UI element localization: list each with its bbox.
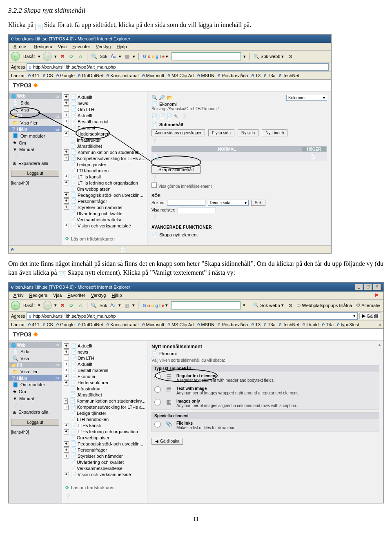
page-favicon: e	[29, 64, 31, 70]
link-cs[interactable]: eCS	[43, 73, 53, 78]
new-element-wizard: Nytt innehållselement 📄Ekonomi Välj vilk…	[147, 341, 383, 503]
link-t3[interactable]: eT3	[252, 73, 261, 78]
page-tree: +📄Aktuellt +📄news −📄Om LTH +📄Aktuellt +📄…	[62, 91, 147, 245]
opt-text-image[interactable]: ▤Text with imageAny number of images wra…	[152, 384, 379, 397]
sok-button[interactable]: Sök	[251, 200, 265, 206]
current-page-title: Ekonomi	[159, 102, 177, 107]
link-msdn[interactable]: eMSDN	[197, 73, 214, 78]
link-kansli[interactable]: eKansli intranät	[106, 73, 138, 78]
skapa-sidinnehall-button[interactable]: Skapa sidinnehåll	[151, 165, 200, 174]
back-button[interactable]: ←	[11, 301, 20, 310]
screenshot-1: e ben.kansli.lth.se [TYPO3 4.0] - Micros…	[8, 34, 332, 254]
nav-fil-header[interactable]: 📁 Fil▭	[9, 113, 62, 119]
up-arrow-icon[interactable]: ▲	[377, 342, 382, 347]
category-special: Speciella element	[152, 413, 379, 419]
window-titlebar-2: e ben.kansli.lth.se [TYPO3 4.0] - Micros…	[9, 283, 383, 292]
sok-heading: SÖK	[151, 194, 327, 198]
link-t3a[interactable]: eT3a	[264, 73, 276, 78]
home-icon[interactable]: ⌂	[77, 53, 84, 60]
intro-paragraph: Klicka på 📄 Sida för att få upp sidträde…	[8, 20, 384, 30]
btn-nytt-inneh[interactable]: Nytt inneh	[262, 129, 287, 136]
btn-andra[interactable]: Ändra sidans egenskaper	[151, 129, 205, 136]
nav-om-moduler[interactable]: 📘 Om moduler	[9, 132, 62, 139]
help-icon[interactable]: ❔	[9, 153, 62, 160]
window-controls[interactable]: _▢×	[355, 284, 381, 290]
back-label[interactable]: Bakåt	[22, 53, 36, 59]
scope-select[interactable]: Denna sida▾	[208, 200, 249, 206]
go-back-button[interactable]: ◀Gå tillbaka	[151, 438, 183, 445]
btn-ny-sida[interactable]: Ny sida	[238, 129, 258, 136]
category-typical: Typiskt sidinnehåll	[152, 365, 379, 372]
typo3-logo-icon: ❖	[33, 82, 38, 89]
font-icon[interactable]: A̲ₐ	[110, 53, 116, 60]
blocker-icon[interactable]: ⊘	[287, 53, 294, 60]
opt-regular-text[interactable]: ☰Regular text elementA regular text elem…	[152, 372, 379, 384]
sok-webb[interactable]: 🔍 Sök webb ▾	[253, 53, 285, 60]
refresh-icon[interactable]: ⟳	[68, 53, 75, 60]
window-titlebar: e ben.kansli.lth.se [TYPO3 4.0] - Micros…	[9, 35, 331, 43]
link-411[interactable]: e411	[28, 73, 40, 78]
view-select[interactable]: Kolumner▾	[286, 95, 327, 101]
menu-favoriter[interactable]: Favoriter	[70, 44, 92, 49]
link-rost[interactable]: eRöstbrevlåda	[218, 73, 248, 78]
nav-web-header[interactable]: 🌐 Web▭	[9, 93, 62, 99]
link-gotdotnet[interactable]: eGotDotNet	[78, 73, 103, 78]
search-icon[interactable]: 🔍	[91, 53, 97, 60]
new-element-icon: 📄	[59, 272, 66, 278]
sokord-input[interactable]	[167, 200, 205, 206]
links-more[interactable]: »	[379, 322, 381, 327]
ie-icon: e	[11, 284, 14, 290]
module-menu: 🌐 Web▭ 📄 Sida 🔍 Visa 📁 Fil▭ 📁 Visa filer…	[9, 91, 62, 245]
windows-flag-icon: ⚑	[372, 292, 381, 298]
address-field[interactable]: e http://ben.kansli.lth.se/typo3/alt_mai…	[27, 63, 329, 71]
page-number: 11	[8, 516, 384, 523]
link-clipart[interactable]: eMS Clip Art	[167, 73, 194, 78]
images-icon: ▦	[164, 399, 173, 405]
close-icon[interactable]: ×	[373, 284, 381, 290]
opt-filelinks[interactable]: 📎FilelinksMakes a list of files for down…	[152, 419, 379, 432]
menubar[interactable]: Arkiv Redigera Visa Favoriter Verktyg Hj…	[9, 43, 331, 51]
menu-visa[interactable]: Visa	[56, 44, 69, 49]
menu-redigera[interactable]: Redigera	[31, 44, 55, 49]
menu-hjalp[interactable]: Hjälp	[114, 44, 129, 49]
logout-button[interactable]: Logga ut	[11, 170, 59, 177]
visa-register-input[interactable]	[178, 207, 216, 213]
address-label: Adress	[11, 65, 25, 69]
address-bar: Adress e http://ben.kansli.lth.se/typo3/…	[9, 62, 331, 72]
column-header: NORMALHöGER	[151, 146, 327, 152]
alternativ[interactable]: ⚙ Alternativ	[355, 302, 381, 308]
link-google[interactable]: eGoogle	[56, 73, 75, 78]
section-heading: 3.2.2 Skapa nytt sidinnehåll	[8, 7, 384, 15]
action-icons[interactable]: 🔍 🔎 📂	[151, 95, 218, 100]
links-label: Länkar	[11, 73, 25, 78]
menu-arkiv[interactable]: Arkiv	[11, 44, 31, 49]
nav-visa-filer[interactable]: 📁 Visa filer	[9, 119, 62, 126]
stop-icon[interactable]: ✖	[59, 53, 66, 60]
nav-expandera[interactable]: ⊞ Expandera alla	[9, 160, 62, 167]
tiles-icon[interactable]: ▦	[124, 53, 130, 60]
nav-manual[interactable]: ▼ Manual	[9, 146, 62, 153]
paragraph-2: Om det inte finns något innehåll på sida…	[8, 259, 384, 278]
ie-icon: e	[11, 36, 14, 42]
minimize-icon[interactable]: _	[355, 284, 363, 290]
popups-allowed[interactable]: ▭ Webbplatspopups tillåtna	[296, 302, 353, 308]
tree-footer[interactable]: ⟳Läs om trädstrukturen	[64, 234, 145, 243]
link-microsoft[interactable]: eMicrosoft	[142, 73, 164, 78]
back-button[interactable]: ←	[11, 52, 20, 61]
nav-visa[interactable]: 🔍 Visa	[9, 106, 62, 113]
skapa-nytt-element-link[interactable]: 📄 Skapa nytt element	[151, 232, 327, 237]
maximize-icon[interactable]: ▢	[364, 284, 372, 290]
btn-flytta[interactable]: Flytta sida	[208, 129, 234, 136]
google-toolbar[interactable]: Google ▾	[142, 53, 169, 60]
opt-images-only[interactable]: ▦Images onlyAny number of images aligned…	[152, 397, 379, 410]
nav-om[interactable]: ★ Om	[9, 139, 62, 146]
link-technet[interactable]: eTechNet	[279, 73, 299, 78]
google-search-box[interactable]	[172, 52, 241, 60]
nav-sida[interactable]: 📄 Sida	[9, 99, 62, 106]
menubar-2[interactable]: Arkiv Redigera Visa Favoriter Verktyg Hj…	[9, 292, 383, 300]
nav-hjalp-header[interactable]: ❔ Hjälp▭	[9, 126, 62, 132]
typo3-header: TYPO3 ❖	[9, 80, 331, 91]
go-button[interactable]: ▶ Gå till	[359, 312, 381, 319]
page-module-panel: 🔍 🔎 📂 📄Ekonomi Sökväg: /Svenska/Om LTH/E…	[147, 91, 331, 245]
menu-verktyg[interactable]: Verktyg	[94, 44, 114, 49]
